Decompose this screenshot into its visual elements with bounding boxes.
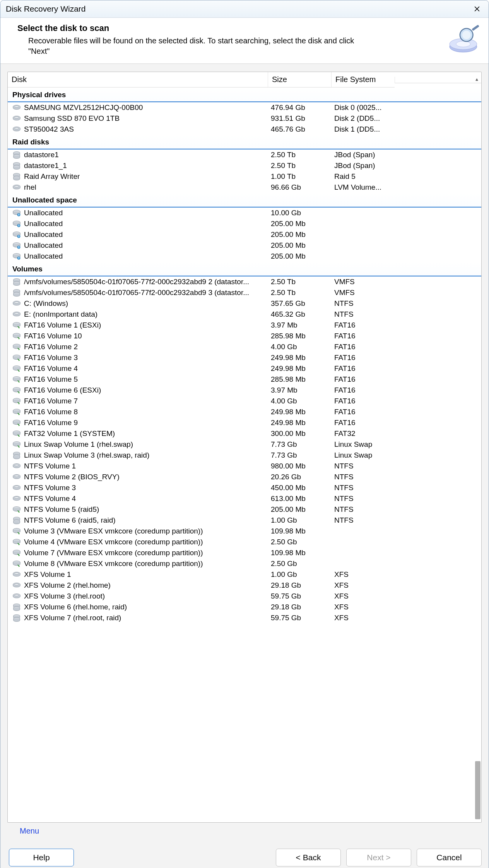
close-button[interactable]	[471, 3, 483, 15]
disk-row[interactable]: FAT16 Volume 10285.98 MbFAT16	[8, 331, 481, 341]
disk-row[interactable]: FAT16 Volume 9249.98 MbFAT16	[8, 417, 481, 428]
disk-row[interactable]: Samsung SSD 870 EVO 1TB931.51 GbDisk 2 (…	[8, 113, 481, 124]
vol-icon	[12, 549, 21, 557]
vol-icon	[12, 419, 21, 427]
disk-row[interactable]: datastore1_12.50 TbJBod (Span)	[8, 160, 481, 171]
disk-row[interactable]: Linux Swap Volume 3 (rhel.swap, raid)7.7…	[8, 450, 481, 461]
disk-row[interactable]: NTFS Volume 2 (BIOS_RVY)20.26 GbNTFS	[8, 472, 481, 482]
disk-name: Volume 8 (VMware ESX vmkcore (coredump p…	[24, 559, 203, 568]
disk-row[interactable]: XFS Volume 6 (rhel.home, raid)29.18 GbXF…	[8, 602, 481, 612]
help-button[interactable]: Help	[9, 849, 74, 866]
scrollbar-thumb[interactable]	[475, 761, 480, 819]
disk-size: 2.50 Gb	[268, 538, 331, 546]
disk-row[interactable]: FAT16 Volume 4249.98 MbFAT16	[8, 363, 481, 374]
disk-size: 249.98 Mb	[268, 364, 331, 373]
disk-fs: XFS	[331, 581, 395, 590]
disk-row[interactable]: NTFS Volume 4613.00 MbNTFS	[8, 493, 481, 504]
disk-row[interactable]: Unallocated205.00 Mb	[8, 251, 481, 262]
disk-row[interactable]: FAT16 Volume 74.00 GbFAT16	[8, 396, 481, 407]
group-title: Physical drives	[8, 87, 481, 102]
disk-row[interactable]: FAT32 Volume 1 (SYSTEM)300.00 MbFAT32	[8, 428, 481, 439]
disk-fs: VMFS	[331, 288, 395, 297]
col-spare	[395, 77, 481, 83]
disk-name: XFS Volume 3 (rhel.root)	[24, 592, 105, 600]
back-button[interactable]: < Back	[276, 849, 341, 866]
col-size[interactable]: Size	[268, 72, 331, 87]
disk-row[interactable]: FAT16 Volume 6 (ESXi)3.97 MbFAT16	[8, 385, 481, 396]
disk-size: 1.00 Gb	[268, 570, 331, 579]
disk-row[interactable]: XFS Volume 2 (rhel.home)29.18 GbXFS	[8, 580, 481, 591]
raid-icon	[12, 516, 21, 525]
disk-row[interactable]: NTFS Volume 6 (raid5, raid)1.00 GbNTFS	[8, 515, 481, 526]
disk-row[interactable]: Raid Array Writer1.00 TbRaid 5	[8, 171, 481, 182]
disk-row[interactable]: XFS Volume 7 (rhel.root, raid)59.75 GbXF…	[8, 612, 481, 623]
disk-row[interactable]: SAMSUNG MZVL2512HCJQ-00B00476.94 GbDisk …	[8, 102, 481, 113]
disk-size: 20.26 Gb	[268, 473, 331, 481]
disk-row[interactable]: XFS Volume 11.00 GbXFS	[8, 569, 481, 580]
disk-fs: XFS	[331, 603, 395, 611]
disk-size: 7.73 Gb	[268, 440, 331, 449]
disk-row[interactable]: FAT16 Volume 1 (ESXi)3.97 MbFAT16	[8, 320, 481, 331]
disk-row[interactable]: Volume 3 (VMware ESX vmkcore (coredump p…	[8, 526, 481, 537]
disk-row[interactable]: ST950042 3AS465.76 GbDisk 1 (DD5...	[8, 124, 481, 135]
disk-fs: NTFS	[331, 516, 395, 525]
disk-size: 2.50 Gb	[268, 559, 331, 568]
disk-row[interactable]: Unallocated205.00 Mb	[8, 218, 481, 229]
cancel-button[interactable]: Cancel	[417, 849, 482, 866]
disk-row[interactable]: C: (Windows)357.65 GbNTFS	[8, 298, 481, 309]
disk-row[interactable]: XFS Volume 3 (rhel.root)59.75 GbXFS	[8, 591, 481, 602]
disk-row[interactable]: FAT16 Volume 3249.98 MbFAT16	[8, 352, 481, 363]
disk-fs: Disk 0 (0025...	[331, 103, 395, 112]
disk-row[interactable]: rhel96.66 GbLVM Volume...	[8, 182, 481, 193]
disk-fs: Raid 5	[331, 172, 395, 181]
disk-row[interactable]: Unallocated205.00 Mb	[8, 229, 481, 240]
disk-name: FAT16 Volume 10	[24, 332, 82, 340]
wizard-header: Select the disk to scan Recoverable file…	[0, 18, 489, 64]
svg-rect-13	[472, 25, 479, 31]
disk-row[interactable]: FAT16 Volume 24.00 GbFAT16	[8, 341, 481, 352]
disk-row[interactable]: datastore12.50 TbJBod (Span)	[8, 149, 481, 160]
disk-name: FAT16 Volume 1 (ESXi)	[24, 321, 101, 329]
disk-fs: Disk 2 (DD5...	[331, 114, 395, 123]
disk-row[interactable]: Volume 4 (VMware ESX vmkcore (coredump p…	[8, 537, 481, 547]
col-disk[interactable]: Disk	[8, 72, 268, 87]
disk-name: rhel	[24, 183, 36, 192]
disk-row[interactable]: /vmfs/volumes/5850504c-01f07065-77f2-000…	[8, 287, 481, 298]
vol-icon	[12, 386, 21, 395]
disk-row[interactable]: Volume 8 (VMware ESX vmkcore (coredump p…	[8, 558, 481, 569]
raid-icon	[12, 278, 21, 286]
disk-row[interactable]: Unallocated10.00 Gb	[8, 208, 481, 218]
hdd-icon	[12, 299, 21, 308]
disk-fs: FAT32	[331, 429, 395, 438]
disk-size: 3.97 Mb	[268, 321, 331, 329]
menu-link[interactable]: Menu	[7, 823, 46, 836]
disk-row[interactable]: NTFS Volume 1980.00 MbNTFS	[8, 461, 481, 472]
disk-size: 29.18 Gb	[268, 603, 331, 611]
vol-icon	[12, 353, 21, 362]
disk-row[interactable]: /vmfs/volumes/5850504c-01f07065-77f2-000…	[8, 276, 481, 287]
vol-icon	[12, 527, 21, 535]
disk-name: FAT32 Volume 1 (SYSTEM)	[24, 429, 115, 438]
disk-fs: FAT16	[331, 353, 395, 362]
disk-fs: Linux Swap	[331, 440, 395, 449]
disk-row[interactable]: Unallocated205.00 Mb	[8, 240, 481, 251]
disk-row[interactable]: NTFS Volume 3450.00 MbNTFS	[8, 482, 481, 493]
disk-fs: XFS	[331, 614, 395, 622]
disk-name: NTFS Volume 6 (raid5, raid)	[24, 516, 116, 525]
disk-row[interactable]: NTFS Volume 5 (raid5)205.00 MbNTFS	[8, 504, 481, 515]
col-fs[interactable]: File System	[331, 72, 395, 87]
disk-name: C: (Windows)	[24, 299, 68, 308]
disk-row[interactable]: Linux Swap Volume 1 (rhel.swap)7.73 GbLi…	[8, 439, 481, 450]
disk-size: 465.76 Gb	[268, 125, 331, 134]
disk-name: FAT16 Volume 9	[24, 419, 78, 427]
disk-row[interactable]: FAT16 Volume 8249.98 MbFAT16	[8, 407, 481, 417]
disk-row[interactable]: E: (nonImportant data)465.32 GbNTFS	[8, 309, 481, 320]
disk-name: /vmfs/volumes/5850504c-01f07065-77f2-000…	[24, 288, 249, 297]
disk-fs: FAT16	[331, 332, 395, 340]
scroll-up-icon[interactable]: ▴	[475, 76, 478, 82]
disk-row[interactable]: Volume 7 (VMware ESX vmkcore (coredump p…	[8, 547, 481, 558]
disk-row[interactable]: FAT16 Volume 5285.98 MbFAT16	[8, 374, 481, 385]
disk-name: Samsung SSD 870 EVO 1TB	[24, 114, 120, 123]
disk-fs: NTFS	[331, 299, 395, 308]
disk-size: 205.00 Mb	[268, 252, 331, 261]
